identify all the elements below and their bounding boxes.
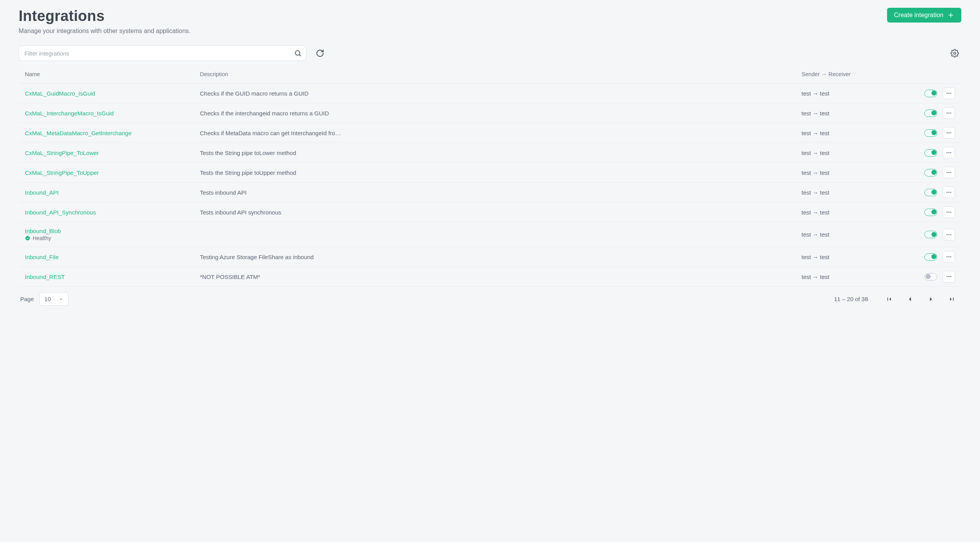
integration-name-link[interactable]: Inbound_Blob: [25, 228, 61, 234]
more-horizontal-icon: [946, 90, 952, 96]
sender-receiver: test → test: [802, 274, 893, 280]
last-page-button[interactable]: [944, 293, 960, 305]
svg-point-14: [947, 152, 948, 153]
check-circle-icon: [25, 235, 30, 241]
enabled-toggle[interactable]: [924, 90, 937, 97]
search-icon: [294, 49, 302, 57]
pagination-range: 11 – 20 of 38: [834, 296, 868, 302]
chevron-right-icon: [927, 295, 935, 303]
svg-point-11: [947, 132, 948, 134]
page-size-select[interactable]: 10: [39, 292, 68, 306]
svg-point-17: [947, 172, 948, 173]
integration-description: Tests inbound API synchronous: [200, 209, 802, 216]
first-page-icon: [885, 295, 893, 303]
row-more-button[interactable]: [943, 87, 955, 99]
next-page-button[interactable]: [923, 293, 939, 305]
sender-receiver: test → test: [802, 209, 893, 216]
row-more-button[interactable]: [943, 127, 955, 139]
integration-name-link[interactable]: Inbound_REST: [25, 274, 65, 280]
enabled-toggle[interactable]: [924, 253, 937, 261]
first-page-button[interactable]: [881, 293, 897, 305]
svg-point-34: [948, 276, 950, 277]
integration-name-link[interactable]: CxMaL_StringPipe_ToLower: [25, 150, 99, 156]
svg-point-15: [948, 152, 950, 153]
row-more-button[interactable]: [943, 251, 955, 263]
gear-icon: [950, 49, 959, 58]
table-row: Inbound_FileTesting Azure Storage FileSh…: [19, 247, 961, 267]
refresh-icon: [316, 49, 324, 58]
more-horizontal-icon: [946, 169, 952, 176]
row-more-button[interactable]: [943, 147, 955, 159]
enabled-toggle[interactable]: [924, 231, 937, 238]
col-description[interactable]: Description: [200, 71, 802, 77]
col-sender-receiver[interactable]: Sender → Receiver: [802, 71, 893, 77]
integration-name-link[interactable]: CxMaL_GuidMacro_IsGuid: [25, 90, 95, 97]
enabled-toggle[interactable]: [924, 273, 937, 281]
svg-point-22: [950, 192, 951, 193]
table-row: CxMaL_MetaDataMacro_GetInterchangeChecks…: [19, 123, 961, 143]
svg-point-20: [947, 192, 948, 193]
integration-description: Tests the String pipe toUpper method: [200, 169, 802, 176]
enabled-toggle[interactable]: [924, 149, 937, 157]
integration-name-link[interactable]: Inbound_API: [25, 189, 59, 196]
integration-description: Checks if MetaData macro can get Interch…: [200, 130, 802, 136]
search-button[interactable]: [292, 48, 303, 59]
enabled-toggle[interactable]: [924, 129, 937, 137]
page-size-value: 10: [44, 296, 51, 302]
svg-point-25: [950, 212, 951, 213]
more-horizontal-icon: [946, 150, 952, 156]
integration-description: Tests the String pipe toLower method: [200, 150, 802, 156]
enabled-toggle[interactable]: [924, 169, 937, 176]
sender-receiver: test → test: [802, 189, 893, 196]
svg-point-35: [950, 276, 951, 277]
svg-point-28: [948, 234, 950, 235]
svg-line-3: [299, 55, 301, 56]
filter-input[interactable]: [19, 45, 306, 61]
settings-button[interactable]: [948, 47, 961, 60]
enabled-toggle[interactable]: [924, 110, 937, 117]
create-integration-button[interactable]: Create integration: [887, 8, 961, 23]
integration-description: Checks if the GUID macro returns a GUID: [200, 90, 802, 97]
svg-point-18: [948, 172, 950, 173]
table-row: Inbound_REST*NOT POSSIBLE ATM*test → tes…: [19, 267, 961, 287]
prev-page-button[interactable]: [902, 293, 918, 305]
integration-name-link[interactable]: Inbound_API_Synchronous: [25, 209, 96, 216]
table-row: Inbound_APITests inbound APItest → test: [19, 183, 961, 202]
row-more-button[interactable]: [943, 167, 955, 178]
table-row: Inbound_API_SynchronousTests inbound API…: [19, 202, 961, 222]
chevron-down-icon: [59, 297, 63, 301]
col-name[interactable]: Name: [25, 71, 200, 77]
row-more-button[interactable]: [943, 186, 955, 198]
integration-name-link[interactable]: Inbound_File: [25, 254, 59, 260]
svg-point-7: [950, 93, 951, 94]
svg-point-27: [947, 234, 948, 235]
more-horizontal-icon: [946, 130, 952, 136]
table-row: CxMaL_StringPipe_ToLowerTests the String…: [19, 143, 961, 163]
last-page-icon: [948, 295, 956, 303]
row-more-button[interactable]: [943, 229, 955, 241]
svg-point-5: [947, 93, 948, 94]
table-row: Inbound_BlobHealthytest → test: [19, 222, 961, 247]
svg-point-8: [947, 113, 948, 114]
row-more-button[interactable]: [943, 206, 955, 218]
svg-point-29: [950, 234, 951, 235]
integration-name-link[interactable]: CxMaL_InterchangeMacro_IsGuid: [25, 110, 114, 117]
svg-point-23: [947, 212, 948, 213]
row-more-button[interactable]: [943, 107, 955, 119]
health-text: Healthy: [33, 235, 51, 241]
row-more-button[interactable]: [943, 271, 955, 282]
more-horizontal-icon: [946, 209, 952, 215]
enabled-toggle[interactable]: [924, 209, 937, 216]
svg-point-30: [947, 256, 948, 258]
integration-name-link[interactable]: CxMaL_StringPipe_ToUpper: [25, 169, 99, 176]
refresh-button[interactable]: [313, 47, 327, 60]
svg-point-19: [950, 172, 951, 173]
enabled-toggle[interactable]: [924, 189, 937, 196]
chevron-left-icon: [906, 295, 914, 303]
sender-receiver: test → test: [802, 254, 893, 260]
svg-point-10: [950, 113, 951, 114]
integration-name-link[interactable]: CxMaL_MetaDataMacro_GetInterchange: [25, 130, 131, 136]
svg-point-16: [950, 152, 951, 153]
sender-receiver: test → test: [802, 130, 893, 136]
svg-point-12: [948, 132, 950, 134]
